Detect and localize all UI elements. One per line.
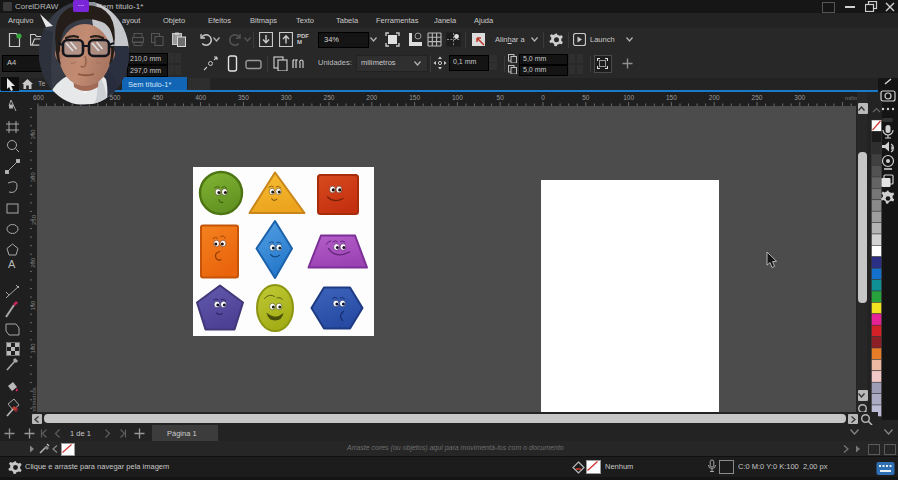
- svg-text:150: 150: [666, 94, 677, 101]
- svg-text:400: 400: [195, 94, 206, 101]
- svg-text:A: A: [8, 258, 16, 270]
- svg-text:450: 450: [152, 94, 163, 101]
- svg-text:250: 250: [324, 94, 335, 101]
- svg-text:200: 200: [366, 94, 377, 101]
- svg-text:150: 150: [31, 300, 37, 311]
- svg-text:100: 100: [31, 343, 37, 354]
- svg-text:350: 350: [238, 94, 249, 101]
- svg-text:250: 250: [752, 94, 763, 101]
- svg-text:50: 50: [497, 94, 505, 101]
- svg-text:100: 100: [623, 94, 634, 101]
- svg-text:250: 250: [31, 214, 37, 225]
- svg-text:300: 300: [281, 94, 292, 101]
- svg-text:200: 200: [31, 257, 37, 268]
- svg-text:200: 200: [709, 94, 720, 101]
- svg-text:50: 50: [582, 94, 590, 101]
- svg-text:milímetros: milímetros: [31, 387, 37, 412]
- svg-text:0: 0: [541, 94, 545, 101]
- svg-text:300: 300: [794, 94, 805, 101]
- svg-text:300: 300: [31, 172, 37, 183]
- svg-text:150: 150: [409, 94, 420, 101]
- svg-text:100: 100: [452, 94, 463, 101]
- svg-text:350: 350: [31, 129, 37, 140]
